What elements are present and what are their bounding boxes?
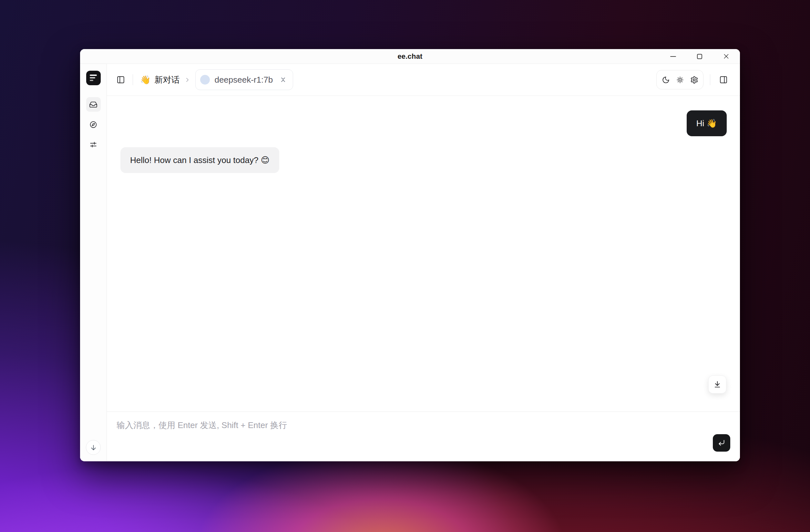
composer [107, 412, 740, 461]
model-selector-chip[interactable]: deepseek-r1:7b [195, 69, 293, 90]
compass-icon [89, 120, 97, 129]
panel-left-icon [116, 76, 125, 84]
sidebar-item-settings[interactable] [86, 137, 101, 152]
arrow-down-icon [90, 444, 97, 451]
inbox-icon [89, 100, 97, 109]
logo-bar [90, 75, 97, 76]
system-theme-button[interactable] [687, 71, 701, 89]
wave-emoji: 👋 [140, 76, 150, 84]
window-controls [669, 49, 730, 64]
main-panel: 👋 新对话 deepseek-r1:7b [107, 64, 740, 461]
app-logo-lines-icon[interactable] [86, 71, 101, 85]
chevrons-collapse-icon [279, 76, 287, 84]
assistant-message-bubble[interactable]: Hello! How can I assist you today? 😊 [120, 147, 279, 173]
close-button[interactable] [723, 53, 730, 60]
sidebar-item-discover[interactable] [86, 117, 101, 132]
dark-theme-button[interactable] [659, 71, 673, 89]
send-button[interactable] [713, 434, 730, 452]
sun-icon [676, 76, 684, 84]
sidebar-scroll-down-button[interactable] [86, 440, 101, 455]
sidebar-item-inbox[interactable] [86, 97, 101, 112]
toggle-left-panel-button[interactable] [114, 73, 128, 86]
sliders-icon [89, 141, 97, 149]
user-message-bubble[interactable]: Hi 👋 [687, 110, 727, 136]
minimize-button[interactable] [669, 53, 677, 60]
titlebar: ee.chat [80, 49, 740, 64]
light-theme-button[interactable] [673, 71, 687, 89]
collapse-model-button[interactable] [279, 76, 287, 84]
scroll-to-bottom-button[interactable] [708, 375, 726, 393]
logo-bar [90, 80, 93, 81]
app-body: 👋 新对话 deepseek-r1:7b [80, 64, 740, 461]
panel-right-icon [719, 76, 728, 84]
chat-header: 👋 新对话 deepseek-r1:7b [107, 64, 740, 96]
message-row-user: Hi 👋 [107, 110, 740, 136]
maximize-icon [697, 54, 702, 59]
breadcrumb[interactable]: 👋 新对话 [140, 74, 179, 85]
return-arrow-icon [717, 439, 726, 447]
message-list: Hi 👋 Hello! How can I assist you today? … [107, 96, 740, 412]
conversation-title: 新对话 [154, 74, 179, 85]
chevron-right-icon [184, 77, 191, 83]
model-name: deepseek-r1:7b [214, 75, 273, 85]
desktop-wallpaper: ee.chat [0, 0, 810, 532]
toggle-right-panel-button[interactable] [717, 73, 730, 86]
app-window: ee.chat [80, 49, 740, 461]
model-avatar [200, 75, 210, 84]
theme-switcher [656, 70, 703, 90]
message-row-assistant: Hello! How can I assist you today? 😊 [107, 147, 740, 173]
header-divider [133, 74, 133, 85]
arrow-down-to-line-icon [713, 380, 722, 389]
message-input[interactable] [116, 420, 701, 454]
window-title: ee.chat [398, 52, 422, 61]
moon-icon [662, 76, 670, 84]
minimize-icon [670, 56, 676, 57]
close-icon [723, 53, 730, 60]
logo-bar [90, 77, 95, 78]
maximize-button[interactable] [696, 53, 703, 60]
gear-icon [690, 76, 698, 84]
sidebar [80, 64, 107, 461]
header-divider [710, 74, 710, 85]
